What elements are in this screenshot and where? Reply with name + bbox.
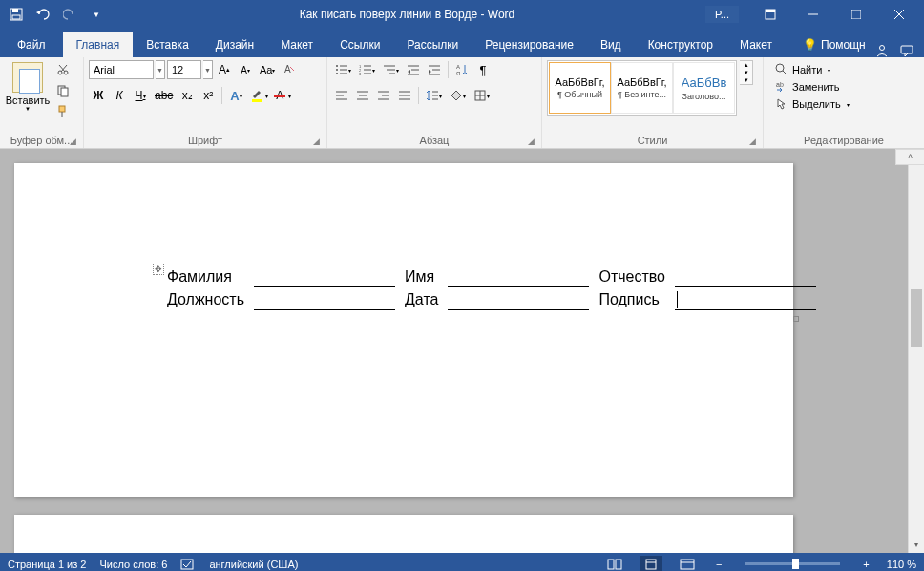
align-center-button[interactable] [353,86,372,105]
zoom-in-button[interactable]: + [859,559,872,570]
superscript-button[interactable]: x² [199,86,218,105]
format-painter-button[interactable] [53,102,73,121]
style-normal[interactable]: АаБбВвГг, ¶ Обычный [549,62,611,114]
line-name[interactable] [448,268,589,287]
change-case-button[interactable]: Aa▾ [257,60,278,79]
grow-font-button[interactable]: A▴ [215,60,234,79]
line-patronymic[interactable] [675,268,816,287]
decrease-indent-button[interactable] [404,60,423,79]
style-heading1[interactable]: АаБбВв Заголово... [673,62,735,114]
strike-button[interactable]: abc [152,86,176,105]
align-left-button[interactable] [332,86,351,105]
minimize-button[interactable] [791,0,834,29]
tab-references[interactable]: Ссылки [326,32,393,57]
italic-button[interactable]: К [110,86,129,105]
subscript-button[interactable]: x₂ [178,86,197,105]
page-2[interactable] [14,515,793,553]
underline-button[interactable]: Ч▾ [131,86,150,105]
launcher-icon[interactable]: ◢ [70,137,76,146]
table-resize-handle[interactable] [793,316,799,322]
svg-rect-10 [901,46,913,53]
style-no-spacing[interactable]: АаБбВвГг, ¶ Без инте... [611,62,673,114]
tab-constructor[interactable]: Конструктор [635,32,726,57]
save-button[interactable] [4,2,29,27]
close-button[interactable] [877,0,920,29]
find-button[interactable]: Найти▾ [772,62,852,77]
font-color-button[interactable]: A▾ [273,86,294,105]
comments-icon[interactable] [900,44,914,57]
form-table[interactable]: Фамилия Имя Отчество Должность Дата Подп… [167,268,816,310]
font-size-dropdown[interactable]: ▼ [203,60,213,79]
tab-layout[interactable]: Макет [267,32,326,57]
undo-button[interactable] [31,2,55,27]
text-effects-button[interactable]: A▾ [226,86,245,105]
paste-button[interactable]: Вставить ▼ [5,60,51,114]
select-button[interactable]: Выделить▾ [772,96,852,112]
numbering-button[interactable]: 123▾ [356,60,378,79]
language-status[interactable]: английский (США) [209,559,298,570]
ribbon-display-button[interactable] [748,0,791,29]
line-spacing-button[interactable]: ▾ [423,86,445,105]
quick-access-toolbar: ▼ [4,2,109,27]
tab-home[interactable]: Главная [63,32,134,57]
launcher-icon[interactable]: ◢ [749,137,756,146]
borders-button[interactable]: ▾ [471,86,493,105]
redo-button[interactable] [57,2,82,27]
scroll-thumb[interactable] [911,289,922,347]
launcher-icon[interactable]: ◢ [313,137,320,146]
share-icon[interactable] [875,44,889,57]
print-layout-button[interactable] [640,556,662,572]
font-size-combo[interactable]: 12 [167,60,201,79]
tab-file[interactable]: Файл [0,32,63,57]
cut-button[interactable] [53,60,73,79]
increase-indent-button[interactable] [425,60,444,79]
qat-customize-button[interactable]: ▼ [84,2,109,27]
justify-button[interactable] [395,86,414,105]
shrink-font-button[interactable]: A▾ [236,60,255,79]
maximize-button[interactable] [834,0,877,29]
tab-review[interactable]: Рецензирование [472,32,587,57]
page-1[interactable]: ✥ Фамилия Имя Отчество Должность Дата По… [14,163,793,497]
document-scroll[interactable]: ✥ Фамилия Имя Отчество Должность Дата По… [0,149,908,553]
tab-layout2[interactable]: Макет [726,32,786,57]
shading-button[interactable]: ▾ [447,86,469,105]
web-layout-button[interactable] [676,556,699,572]
align-right-button[interactable] [374,86,393,105]
line-signature[interactable] [675,291,816,310]
font-name-combo[interactable]: Arial [89,60,154,79]
ribbon-collapse-button[interactable]: ^ [895,149,924,165]
show-marks-button[interactable]: ¶ [473,60,493,79]
clear-formatting-button[interactable]: A [280,60,299,79]
font-name-dropdown[interactable]: ▼ [156,60,165,79]
bold-button[interactable]: Ж [89,86,108,105]
proofing-icon[interactable] [180,558,196,571]
highlight-button[interactable]: ▾ [247,86,271,105]
word-count[interactable]: Число слов: 6 [99,559,167,570]
sort-button[interactable]: AЯ [452,60,472,79]
scroll-down-button[interactable]: ▾ [909,537,924,553]
svg-point-25 [336,73,338,74]
tab-design[interactable]: Дизайн [202,32,267,57]
scroll-track[interactable] [909,165,924,537]
styles-gallery[interactable]: АаБбВвГг, ¶ Обычный АаБбВвГг, ¶ Без инте… [547,60,737,116]
styles-scroll[interactable]: ▴▾▾ [740,60,753,85]
bullets-button[interactable]: ▾ [332,60,354,79]
vertical-scrollbar[interactable]: ▴ ▾ [908,149,924,553]
read-mode-button[interactable] [603,556,626,572]
multilevel-button[interactable]: ▾ [380,60,402,79]
table-anchor-icon[interactable]: ✥ [153,264,164,275]
line-surname[interactable] [254,268,395,287]
tab-view[interactable]: Вид [587,32,635,57]
tell-me-search[interactable]: 💡 Помощн [793,32,875,57]
launcher-icon[interactable]: ◢ [528,137,535,146]
page-status[interactable]: Страница 1 из 2 [8,559,86,570]
tab-mailings[interactable]: Рассылки [393,32,472,57]
zoom-slider[interactable] [745,562,840,565]
line-date[interactable] [448,291,589,310]
replace-button[interactable]: abЗаменить [772,79,852,95]
zoom-level[interactable]: 110 % [887,559,916,570]
zoom-out-button[interactable]: − [712,559,725,570]
copy-button[interactable] [53,81,73,100]
tab-insert[interactable]: Вставка [133,32,202,57]
line-position[interactable] [254,291,395,310]
